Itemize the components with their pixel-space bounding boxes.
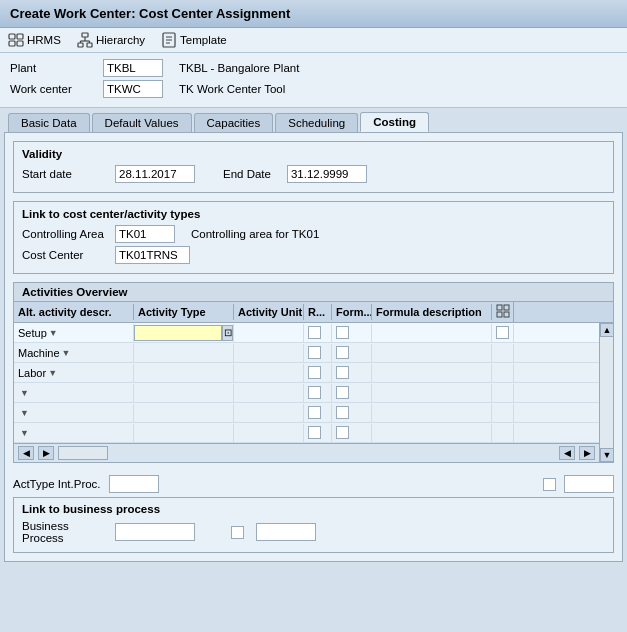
- checkbox-r-3[interactable]: [308, 386, 321, 399]
- link-bp-section: Link to business process Business Proces…: [13, 497, 614, 553]
- cell-alt-4: ▼: [14, 404, 134, 422]
- dropdown-arrow-4[interactable]: ▼: [20, 408, 29, 418]
- checkbox-r-4[interactable]: [308, 406, 321, 419]
- cell-icon-2: [492, 364, 514, 382]
- tabs-bar: Basic Data Default Values Capacities Sch…: [0, 108, 627, 132]
- activity-type-btn-0[interactable]: ⊡: [222, 325, 233, 341]
- toolbar: HRMS Hierarchy Template: [0, 28, 627, 53]
- cell-alt-3: ▼: [14, 384, 134, 402]
- col-header-unit: Activity Unit: [234, 304, 304, 320]
- cell-form-0: [332, 324, 372, 342]
- cell-unit-3: [234, 384, 304, 402]
- tab-costing[interactable]: Costing: [360, 112, 429, 132]
- cell-alt-2: Labor ▼: [14, 364, 134, 382]
- checkbox-form-5[interactable]: [336, 426, 349, 439]
- acttype-label: ActType Int.Proc.: [13, 478, 101, 490]
- svg-rect-5: [78, 43, 83, 47]
- checkbox-form-1[interactable]: [336, 346, 349, 359]
- checkbox-form-2[interactable]: [336, 366, 349, 379]
- svg-rect-4: [82, 33, 88, 37]
- bp-checkbox[interactable]: [231, 526, 244, 539]
- svg-rect-17: [497, 312, 502, 317]
- h-scroll-right[interactable]: ▶: [38, 446, 54, 460]
- svg-rect-3: [17, 41, 23, 46]
- toolbar-hierarchy-label: Hierarchy: [96, 34, 145, 46]
- toolbar-template-label: Template: [180, 34, 227, 46]
- tab-basic-data[interactable]: Basic Data: [8, 113, 90, 132]
- cell-icon-0: [492, 324, 514, 342]
- h-scroll-track[interactable]: [58, 446, 108, 460]
- toolbar-hrms[interactable]: HRMS: [8, 32, 61, 48]
- workcenter-input[interactable]: [103, 80, 163, 98]
- tab-scheduling[interactable]: Scheduling: [275, 113, 358, 132]
- ctrl-area-input[interactable]: [115, 225, 175, 243]
- link-bp-title: Link to business process: [22, 503, 605, 515]
- table-with-scroll: Setup ▼ ⊡: [14, 323, 613, 462]
- cell-r-2: [304, 364, 332, 382]
- bp-input[interactable]: [115, 523, 195, 541]
- plant-input[interactable]: [103, 59, 163, 77]
- acttype-input2[interactable]: [564, 475, 614, 493]
- svg-rect-16: [504, 305, 509, 310]
- dropdown-arrow-0[interactable]: ▼: [49, 328, 58, 338]
- cell-formdesc-4: [372, 404, 492, 422]
- activities-section: Activities Overview Alt. activity descr.…: [13, 282, 614, 463]
- acttype-input[interactable]: [109, 475, 159, 493]
- start-date-label: Start date: [22, 168, 107, 180]
- cell-r-3: [304, 384, 332, 402]
- col-header-formdesc: Formula description: [372, 304, 492, 320]
- ctrl-area-desc: Controlling area for TK01: [191, 228, 319, 240]
- page-title: Create Work Center: Cost Center Assignme…: [10, 6, 290, 21]
- checkbox-r-2[interactable]: [308, 366, 321, 379]
- cell-unit-1: [234, 344, 304, 362]
- v-scroll-up[interactable]: ▲: [600, 323, 614, 337]
- table-row: Labor ▼: [14, 363, 599, 383]
- cell-alt-1: Machine ▼: [14, 344, 134, 362]
- svg-rect-18: [504, 312, 509, 317]
- checkbox-form-4[interactable]: [336, 406, 349, 419]
- checkbox-r-5[interactable]: [308, 426, 321, 439]
- cell-type-2: [134, 364, 234, 382]
- checkbox-icon-0[interactable]: [496, 326, 509, 339]
- toolbar-hierarchy[interactable]: Hierarchy: [77, 32, 145, 48]
- dropdown-arrow-2[interactable]: ▼: [48, 368, 57, 378]
- end-date-input[interactable]: [287, 165, 367, 183]
- table-header: Alt. activity descr. Activity Type Activ…: [14, 302, 613, 323]
- checkbox-form-3[interactable]: [336, 386, 349, 399]
- cell-icon-3: [492, 384, 514, 402]
- cell-form-2: [332, 364, 372, 382]
- end-date-label: End Date: [223, 168, 271, 180]
- h-scroll-prev[interactable]: ◀: [559, 446, 575, 460]
- dropdown-arrow-1[interactable]: ▼: [62, 348, 71, 358]
- h-scroll-left[interactable]: ◀: [18, 446, 34, 460]
- acttype-checkbox[interactable]: [543, 478, 556, 491]
- dropdown-arrow-5[interactable]: ▼: [20, 428, 29, 438]
- cost-center-input[interactable]: [115, 246, 190, 264]
- cell-form-4: [332, 404, 372, 422]
- activity-type-input-0[interactable]: [134, 325, 222, 341]
- cell-formdesc-2: [372, 364, 492, 382]
- cell-type-1: [134, 344, 234, 362]
- toolbar-template[interactable]: Template: [161, 32, 227, 48]
- checkbox-r-0[interactable]: [308, 326, 321, 339]
- cell-type-0[interactable]: ⊡: [134, 324, 234, 342]
- cell-unit-5: [234, 424, 304, 442]
- start-date-input[interactable]: [115, 165, 195, 183]
- svg-rect-2: [9, 41, 15, 46]
- link-cost-title: Link to cost center/activity types: [22, 208, 605, 220]
- cell-formdesc-5: [372, 424, 492, 442]
- checkbox-r-1[interactable]: [308, 346, 321, 359]
- bp-input2[interactable]: [256, 523, 316, 541]
- h-scroll-next[interactable]: ▶: [579, 446, 595, 460]
- tab-default-values[interactable]: Default Values: [92, 113, 192, 132]
- col-header-alt: Alt. activity descr.: [14, 304, 134, 320]
- v-scroll-track[interactable]: [600, 337, 613, 448]
- tab-capacities[interactable]: Capacities: [194, 113, 274, 132]
- checkbox-form-0[interactable]: [336, 326, 349, 339]
- cell-formdesc-0: [372, 324, 492, 342]
- dropdown-arrow-3[interactable]: ▼: [20, 388, 29, 398]
- workcenter-label: Work center: [10, 83, 95, 95]
- v-scroll-down[interactable]: ▼: [600, 448, 614, 462]
- cell-r-5: [304, 424, 332, 442]
- cell-formdesc-1: [372, 344, 492, 362]
